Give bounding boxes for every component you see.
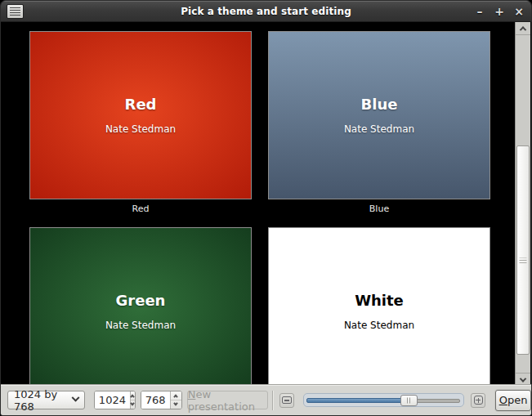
zoom-in-button[interactable] [471,393,485,408]
tile-caption: Red [132,202,150,217]
height-spinner: 768 [141,391,182,409]
scrollbar-thumb[interactable] [516,145,530,355]
theme-item-blue: Blue Nate Stedman Blue [268,31,490,217]
open-button-label: Open [499,394,528,406]
window-menu-icon [10,7,20,16]
theme-grid: Red Nate Stedman Red Blue Nate Stedman B… [29,31,491,386]
zoom-slider-handle[interactable] [400,395,418,406]
chevron-up-icon [131,395,136,400]
tile-author: Nate Stedman [105,320,176,331]
scroll-up-button[interactable] [516,22,530,35]
tile-author: Nate Stedman [344,320,414,331]
tile-caption: Blue [369,202,389,217]
spinner-up-button[interactable] [171,391,181,400]
tile-author: Nate Stedman [105,123,176,135]
theme-tile-white[interactable]: White Nate Stedman [268,227,490,386]
window-controls: – + × [472,1,526,22]
slider-grip-icon [407,398,411,404]
height-spinner-steppers [170,391,181,409]
new-presentation-button[interactable]: New presentation [187,391,269,409]
spinner-down-button[interactable] [171,400,181,409]
chevron-up-icon [173,395,178,400]
size-preset-select[interactable]: 1024 by 768 [7,391,85,409]
zoom-slider[interactable] [303,393,464,407]
spinner-up-button[interactable] [131,391,135,400]
zoom-out-button[interactable] [279,393,294,408]
chevron-down-icon [131,401,136,406]
window-menu-button[interactable] [7,4,24,19]
tile-author: Nate Stedman [344,123,414,135]
theme-tile-blue[interactable]: Blue Nate Stedman [268,31,490,199]
tile-title: Red [125,96,157,113]
chevron-down-icon [71,394,79,402]
minimize-button[interactable]: – [472,3,487,20]
vertical-scrollbar[interactable] [515,22,530,386]
tile-title: White [355,292,404,309]
theme-picker-window: Pick a theme and start editing – + × Red… [0,0,532,416]
width-spinner: 1024 [94,391,136,409]
zoom-in-icon [474,396,483,405]
theme-list-area: Red Nate Stedman Red Blue Nate Stedman B… [1,22,531,386]
chevron-down-icon [173,401,178,406]
new-presentation-label: New presentation [188,388,268,413]
close-button[interactable]: × [512,3,526,20]
maximize-button[interactable]: + [492,3,507,20]
theme-tile-green[interactable]: Green Nate Stedman [29,227,252,386]
toolbar-separator [272,391,273,410]
chevron-down-icon [520,375,526,382]
zoom-slider-fill [306,398,411,403]
open-button[interactable]: Open [495,390,531,411]
spinner-down-button[interactable] [131,400,135,409]
theme-item-white: White Nate Stedman [268,227,490,386]
window-title: Pick a theme and start editing [1,6,531,17]
bottom-toolbar: 1024 by 768 1024 768 New presentation [1,384,531,415]
theme-tile-red[interactable]: Red Nate Stedman [29,31,252,199]
width-input[interactable]: 1024 [95,391,130,409]
size-preset-value: 1024 by 768 [14,388,73,413]
chevron-up-icon [520,26,526,33]
zoom-out-icon [282,396,292,404]
titlebar: Pick a theme and start editing – + × [1,1,531,22]
theme-item-green: Green Nate Stedman [29,227,252,386]
tile-title: Blue [361,96,398,113]
width-spinner-steppers [130,391,135,409]
theme-item-red: Red Nate Stedman Red [29,31,252,217]
height-input[interactable]: 768 [141,391,170,409]
tile-title: Green [116,292,166,309]
scrollbar-grip-icon [520,257,527,263]
